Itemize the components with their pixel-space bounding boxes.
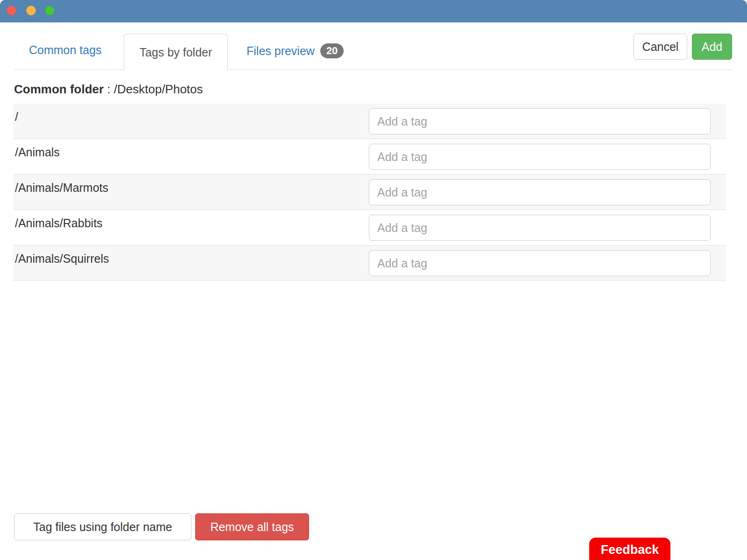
common-folder-separator: : — [104, 82, 114, 96]
remove-all-tags-button[interactable]: Remove all tags — [195, 513, 309, 540]
zoom-button[interactable] — [45, 6, 55, 15]
tag-input[interactable] — [369, 144, 711, 170]
tab-tags-by-folder[interactable]: Tags by folder — [124, 34, 228, 70]
minimize-button[interactable] — [26, 6, 36, 15]
folder-path-label: /Animals/Rabbits — [13, 210, 369, 245]
app-window: Common tags Tags by folder Files preview… — [0, 0, 747, 560]
common-folder-path: /Desktop/Photos — [114, 82, 203, 96]
tag-files-using-folder-name-button[interactable]: Tag files using folder name — [14, 513, 191, 540]
tag-input[interactable] — [369, 250, 711, 276]
folder-path-label: / — [13, 104, 369, 139]
common-folder-heading: Common folder : /Desktop/Photos — [14, 82, 203, 97]
folder-tag-table: / /Animals /Animals/Marmots /Animals/Rab… — [13, 104, 726, 281]
files-preview-count-badge: 20 — [320, 43, 344, 58]
tab-common-tags[interactable]: Common tags — [29, 43, 102, 57]
folder-row: /Animals/Squirrels — [13, 245, 726, 281]
cancel-button[interactable]: Cancel — [634, 34, 687, 60]
folder-row: /Animals/Rabbits — [13, 210, 726, 245]
tabbar-divider — [14, 70, 732, 70]
tab-files-preview-label: Files preview — [247, 44, 315, 58]
add-button[interactable]: Add — [692, 34, 732, 60]
feedback-button-label: Feedback — [601, 543, 659, 557]
tag-input[interactable] — [369, 108, 711, 134]
folder-row: /Animals/Marmots — [13, 175, 726, 210]
common-folder-label: Common folder — [14, 82, 104, 96]
folder-row: /Animals — [13, 139, 726, 175]
folder-path-label: /Animals/Marmots — [13, 175, 369, 210]
folder-path-label: /Animals/Squirrels — [13, 245, 369, 280]
titlebar — [0, 0, 747, 22]
folder-row: / — [13, 104, 726, 139]
close-button[interactable] — [7, 6, 16, 15]
tag-input[interactable] — [369, 215, 711, 241]
tab-tags-by-folder-label: Tags by folder — [140, 46, 212, 59]
folder-path-label: /Animals — [13, 139, 369, 174]
feedback-button[interactable]: Feedback — [589, 538, 670, 560]
tab-files-preview[interactable]: Files preview 20 — [247, 43, 344, 58]
tag-input[interactable] — [369, 179, 711, 205]
